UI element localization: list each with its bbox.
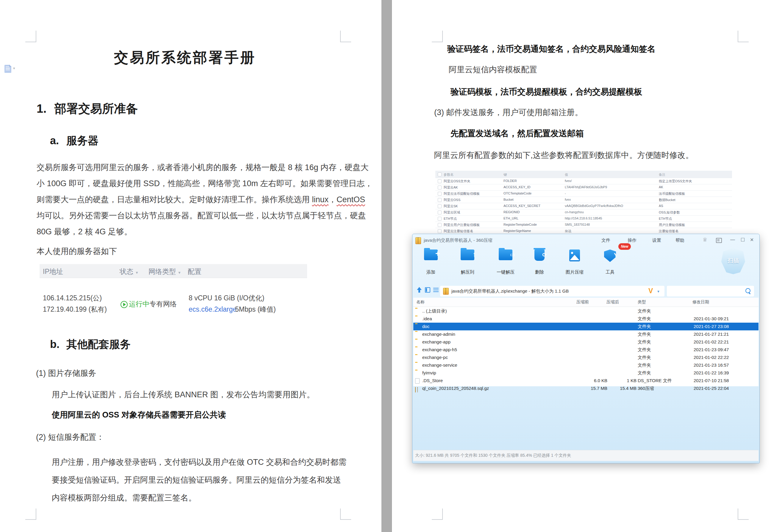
file-column-header[interactable]: 名称 压缩前 压缩后 类型 修改日期 (413, 298, 759, 307)
minimize-button[interactable]: — (730, 237, 735, 242)
date-cell: 2021-07-10 21:58 (694, 377, 729, 385)
zip-address-row: java合约交易所带机器人.zip\exchange - 解包大小为 1.1 G… (413, 284, 759, 298)
after-cell: 1 KB (580, 377, 637, 385)
panel-view-icon[interactable] (425, 287, 430, 293)
menu-file[interactable]: 文件 (601, 238, 610, 243)
search-box[interactable] (667, 286, 754, 296)
name-cell: fyimvip (422, 369, 436, 377)
file-row[interactable]: doc文件夹2021-01-27 23:08 (413, 323, 759, 330)
file-row[interactable]: .idea文件夹2021-01-30 09:21 (413, 315, 759, 323)
paragraph-note: 本人使用的服务器如下 (37, 244, 117, 259)
crop-mark (738, 31, 738, 42)
file-row[interactable]: fyimvip文件夹2021-01-22 16:39 (413, 369, 759, 377)
col-size-before[interactable]: 压缩前 (576, 299, 589, 305)
search-icon[interactable] (745, 288, 750, 293)
toolbar-one-click-extract-button[interactable]: 一键解压 (489, 248, 522, 276)
vip-crown-icon[interactable]: ♕ (703, 236, 707, 243)
close-button[interactable]: ✕ (750, 237, 754, 243)
bandwidth: 5Mbps (峰值) (235, 305, 276, 313)
desktop: ▾ 交易所系统部署手册 1. 部署交易所准备 a. 服务器 交易所服务可选用阿里… (0, 0, 771, 532)
file-row[interactable]: .DS_Store6.0 KB1 KBDS_STORE 文件2021-07-10… (413, 377, 759, 385)
col-type[interactable]: 类型 (638, 299, 646, 305)
delete-trash-icon (535, 249, 545, 261)
ip-private: 172.19.40.199 (私有) (43, 305, 107, 313)
chevron-down-icon[interactable]: ▾ (13, 66, 15, 70)
para-line: 80G 最够，2 核 4G 足够。 (37, 224, 343, 240)
name-cell: exchange-admin (422, 330, 455, 338)
add-folder-icon (424, 249, 438, 260)
date-cell: 2021-01-23 16:57 (694, 361, 729, 369)
config-cell: FOLDER (504, 179, 563, 183)
config-cell: AS (659, 204, 730, 208)
config-cell: 阿里云区域 (444, 210, 502, 215)
file-row[interactable]: exchange-app-h5文件夹2021-01-23 09:47 (413, 346, 759, 354)
date-cell: 2021-01-25 22:04 (694, 385, 729, 392)
heading2b-number: b. (50, 338, 59, 351)
list-item-2-text: 用户注册，用户修改登录密码，支付密码以及用户在做 OTC 交易和合约交易时都需 … (52, 453, 346, 507)
up-level-icon[interactable] (416, 287, 423, 294)
v-dropdown[interactable]: V (648, 287, 653, 295)
config-cell: ETH_URL (504, 216, 563, 220)
checkbox-icon (438, 198, 442, 202)
toolbar-label: 解压到 (451, 269, 484, 275)
crop-mark (340, 509, 341, 520)
toolbar-extract-to-button[interactable]: 解压到 (451, 248, 484, 276)
crop-mark (738, 519, 749, 520)
date-cell: 2021-01-27 21:21 (694, 330, 729, 338)
col-name[interactable]: 名称 (416, 299, 425, 305)
extract-to-folder-icon (461, 249, 474, 260)
crop-mark (25, 42, 36, 42)
instance-type-link: ecs.c6e.2xlarge (189, 305, 236, 313)
date-cell: 2021-01-02 22:21 (694, 338, 729, 346)
feedback-icon[interactable] (716, 238, 722, 243)
page-thumb-icon[interactable] (4, 65, 11, 73)
config-cell: AK (659, 185, 730, 189)
chevron-down-icon[interactable]: ▼ (657, 290, 660, 293)
status-running: 运行中 (129, 300, 149, 308)
menu-help[interactable]: 帮助 (676, 238, 684, 243)
file-row[interactable]: .. (上级目录)文件夹 (413, 307, 759, 315)
config-cell: fvex/ (565, 179, 657, 183)
file-row[interactable]: exchange-service文件夹2021-01-23 16:57 (413, 361, 759, 369)
toolbar-add-button[interactable]: 添加 (415, 248, 447, 276)
config-cell: ETH节点 (659, 216, 730, 221)
zip-status-bar: 大小: 921.6 MB 共 9705 个文件和 1530 个文件夹 压缩率 8… (413, 450, 759, 461)
zip-file-area: 名称 压缩前 压缩后 类型 修改日期 .. (上级目录)文件夹.idea文件夹2… (413, 298, 759, 386)
zip-titlebar[interactable]: java合约交易所带机器人 - 360压缩 文件 操作 设置 帮助 ♕ — ☐ … (413, 234, 759, 247)
col-date[interactable]: 修改日期 (692, 299, 709, 305)
zip-file-icon (443, 288, 449, 295)
p2-params-intro: 阿里云所有配置参数的如下,这些参数将配置到数据库中。方便随时修改。 (434, 150, 694, 161)
config-cell: 阿里云OSS文件夹 (444, 179, 502, 183)
config-cell: vAAQBBGbBdGoGyP7Fw4cffvkwJDfhO (565, 204, 657, 208)
file-row[interactable]: exchange-pc文件夹2021-01-02 22:22 (413, 354, 759, 361)
window-title: java合约交易所带机器人 - 360压缩 (424, 238, 493, 243)
spellcheck-word: CentOS (336, 195, 365, 204)
config-table-body: 阿里云OSS文件夹FOLDERfvex/指定上传至OSS文件夹阿里云AKACCE… (435, 178, 732, 234)
menu-settings[interactable]: 设置 (652, 238, 661, 243)
heading1: 部署交易所准备 (54, 101, 138, 116)
config-cell: 阿里云注册短信签名 (444, 229, 502, 233)
file-row[interactable]: exchange-admin文件夹2021-01-27 21:21 (413, 330, 759, 338)
list-view-icon[interactable] (433, 288, 439, 292)
date-cell: 2021-01-02 22:22 (694, 354, 729, 361)
toolbar-delete-button[interactable]: 删除 (523, 248, 556, 276)
list-item-1: (1) 图片存储服务 (36, 368, 96, 379)
toolbar-tools-button[interactable]: 工具 (594, 248, 626, 276)
maximize-button[interactable]: ☐ (741, 237, 745, 243)
toolbar-image-compress-button[interactable]: 图片压缩 (558, 248, 591, 276)
config-cell: 阿里云OSS (444, 198, 502, 202)
search-input[interactable] (669, 287, 742, 295)
doc-title: 交易所系统部署手册 (114, 50, 256, 65)
config-cell: 块说 (565, 229, 657, 233)
col-ip: IP地址 (43, 267, 63, 276)
path-box[interactable]: java合约交易所带机器人.zip\exchange - 解包大小为 1.1 G… (440, 286, 665, 296)
col-key: 键 (504, 172, 507, 177)
file-list: .. (上级目录)文件夹.idea文件夹2021-01-30 09:21doc文… (413, 307, 759, 392)
menu-action[interactable]: 操作 (628, 238, 637, 243)
file-row[interactable]: exchange-app文件夹2021-01-02 22:21 (413, 338, 759, 346)
config-cell: fvex (565, 198, 657, 201)
col-size-after[interactable]: 压缩后 (607, 299, 619, 305)
name-cell: exchange-app-h5 (422, 346, 457, 354)
para-line: 交易所服务可选用阿里云的服务，或者香港小机房的服务，规格一般是 8 核 16g … (37, 159, 343, 175)
file-row[interactable]: ql_coin_20210125_205248.sql.gz15.7 MB15.… (413, 385, 759, 392)
